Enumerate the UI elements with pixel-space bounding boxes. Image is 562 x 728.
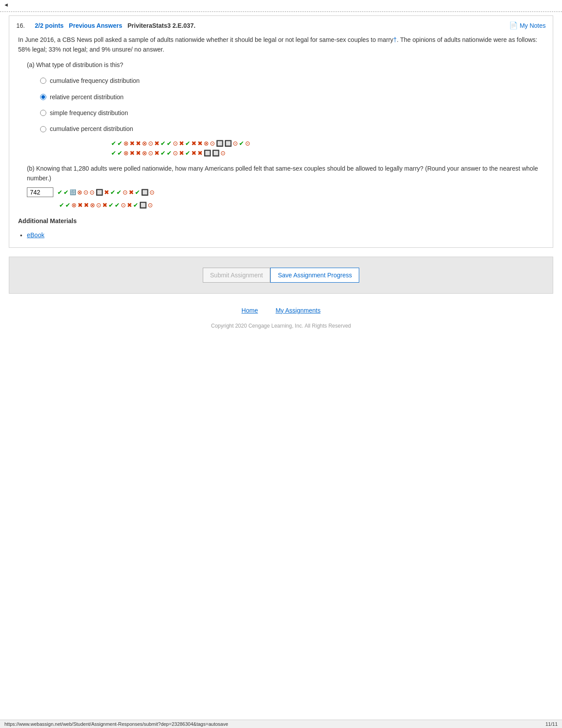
part-a-section: (a) What type of distribution is this? c…	[27, 60, 546, 158]
option-2-label[interactable]: relative percent distribution	[50, 92, 123, 102]
action-buttons-area: Submit Assignment Save Assignment Progre…	[9, 257, 553, 294]
home-link[interactable]: Home	[242, 307, 258, 314]
option-1-radio[interactable]	[40, 78, 46, 84]
part-b-answer-row: ✔ ✔ 🔢 ⊗ ⊙ ⊙ 🔲 ✖ ✔ ✔ ⊙ ✖ ✔ 🔲 ⊙	[27, 187, 546, 197]
option-1: cumulative frequency distribution	[40, 74, 546, 87]
top-separator	[0, 11, 562, 12]
my-assignments-link[interactable]: My Assignments	[275, 307, 320, 314]
assignment-ref: PriviteraStats3 2.E.037.	[127, 22, 195, 29]
additional-materials-title: Additional Materials	[18, 216, 546, 226]
part-a-label: (a) What type of distribution is this?	[27, 60, 546, 70]
back-arrow[interactable]: ◄	[0, 0, 562, 10]
copyright-text: Copyright 2020 Cengage Learning, Inc. Al…	[0, 323, 562, 329]
option-3: simple frequency distribution	[40, 106, 546, 119]
answer-options: cumulative frequency distribution relati…	[40, 74, 546, 136]
url-text: https://www.webassign.net/web/Student/As…	[4, 721, 228, 727]
my-notes-button[interactable]: 📄 My Notes	[509, 21, 546, 30]
previous-answers-link[interactable]: Previous Answers	[69, 22, 122, 29]
question-16-container: 16. 2/2 points Previous Answers Priviter…	[9, 15, 553, 248]
url-bar: https://www.webassign.net/web/Student/As…	[0, 720, 562, 728]
part-b-section: (b) Knowing that 1,280 adults were polle…	[27, 164, 546, 210]
feedback-icons-row2: ✔ ✔ ⊗ ✖ ✖ ⊗ ⊙ ✖ ✔ ✔ ⊙ ✖ ✔ ✖ ✖	[111, 148, 251, 158]
option-3-label[interactable]: simple frequency distribution	[50, 108, 128, 118]
submit-assignment-button[interactable]: Submit Assignment	[203, 268, 271, 283]
option-4-label[interactable]: cumulative percent distribution	[50, 124, 133, 134]
part-b-label: (b) Knowing that 1,280 adults were polle…	[27, 164, 546, 183]
ebook-list-item: eBook	[27, 230, 546, 240]
arrow-icon: ◄	[0, 0, 12, 10]
additional-materials-section: Additional Materials eBook	[18, 216, 546, 240]
page-info: 11/11	[545, 721, 558, 727]
option-1-label[interactable]: cumulative frequency distribution	[50, 76, 140, 86]
option-4-radio[interactable]	[40, 126, 46, 132]
part-b-feedback-icons: ✔ ✔ 🔢 ⊗ ⊙ ⊙ 🔲 ✖ ✔ ✔ ⊙ ✖ ✔ 🔲 ⊙	[57, 187, 155, 197]
dagger-link[interactable]: †	[393, 36, 397, 43]
points-info: 2/2 points	[35, 22, 63, 29]
option-4: cumulative percent distribution	[40, 122, 546, 135]
part-a-feedback: ✔ ✔ ⊗ ✖ ✖ ⊗ ⊙ ✖ ✔ ✔ ⊙ ✖ ✔ ✖ ✖	[40, 138, 546, 158]
option-2-radio[interactable]	[40, 94, 46, 100]
ebook-link[interactable]: eBook	[27, 231, 45, 239]
document-icon: 📄	[509, 21, 518, 30]
part-b-input[interactable]	[27, 187, 53, 197]
save-assignment-button[interactable]: Save Assignment Progress	[270, 268, 359, 283]
my-notes-label: My Notes	[520, 22, 546, 29]
feedback-icons-row1: ✔ ✔ ⊗ ✖ ✖ ⊗ ⊙ ✖ ✔ ✔ ⊙ ✖ ✔ ✖ ✖	[111, 138, 251, 148]
question-number: 16.	[16, 22, 30, 29]
question-text: In June 2016, a CBS News poll asked a sa…	[18, 35, 546, 55]
option-2: relative percent distribution	[40, 90, 546, 104]
additional-materials-list: eBook	[27, 230, 546, 240]
question-body: In June 2016, a CBS News poll asked a sa…	[16, 35, 546, 240]
question-header: 16. 2/2 points Previous Answers Priviter…	[16, 21, 546, 30]
option-3-radio[interactable]	[40, 110, 46, 116]
footer-nav: Home My Assignments	[0, 307, 562, 314]
part-b-feedback-icons-row2: ✔ ✔ ⊗ ✖ ✖ ⊗ ⊙ ✖ ✔ ✔ ⊙ ✖ ✔ 🔲 ⊙	[59, 200, 153, 210]
